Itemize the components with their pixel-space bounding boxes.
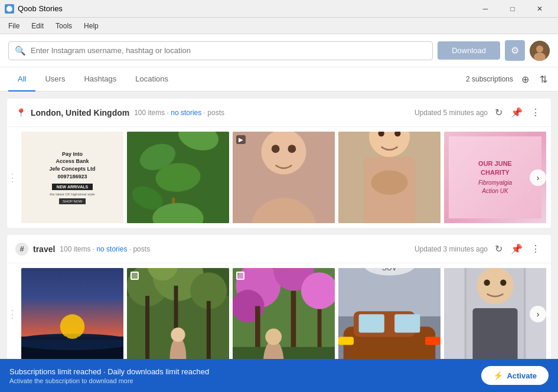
london-pin-button[interactable]: 📌 xyxy=(508,104,525,120)
travel-image-2-checkbox[interactable] xyxy=(130,272,139,280)
svg-rect-32 xyxy=(77,337,123,339)
tab-users[interactable]: Users xyxy=(35,67,74,92)
notification-title: Subscriptions limit reached · Daily down… xyxy=(9,367,474,376)
maximize-button[interactable]: □ xyxy=(499,0,526,18)
svg-point-43 xyxy=(171,328,185,342)
location-icon: 📍 xyxy=(15,107,26,118)
london-section-header: 📍 London, United Kingdom 100 items · no … xyxy=(7,99,551,127)
svg-point-75 xyxy=(484,280,490,286)
travel-posts-suffix: · posts xyxy=(129,245,150,253)
video-overlay: ▶ xyxy=(236,135,246,144)
travel-stories-link[interactable]: no stories xyxy=(96,245,127,253)
search-icon: 🔍 xyxy=(15,45,26,56)
travel-pin-button[interactable]: 📌 xyxy=(508,241,525,257)
notification-bar: Subscriptions limit reached · Daily down… xyxy=(0,359,558,392)
tab-hashtags[interactable]: Hashtags xyxy=(74,67,126,92)
travel-images-row: ⋮⋮ xyxy=(7,263,551,364)
filter-button[interactable]: ⚙ xyxy=(505,40,525,61)
svg-rect-65 xyxy=(338,337,354,345)
app-title: Qoob Stories xyxy=(18,4,63,13)
travel-more-button[interactable]: ⋮ xyxy=(528,241,543,257)
svg-point-15 xyxy=(272,145,280,153)
search-subscriptions-icon: ⊕ xyxy=(521,74,529,85)
menu-help[interactable]: Help xyxy=(78,19,105,32)
title-bar: Qoob Stories ─ □ ✕ xyxy=(0,0,558,18)
london-image-4-inner xyxy=(338,132,440,223)
london-image-1[interactable]: Pay Into Access Bank Jefe Concepts Ltd 0… xyxy=(21,132,123,223)
close-button[interactable]: ✕ xyxy=(526,0,553,18)
charity-line2: CHARITY xyxy=(481,169,510,176)
travel-image-4[interactable]: SUV xyxy=(338,268,440,360)
svg-rect-31 xyxy=(21,337,67,339)
menu-tools[interactable]: Tools xyxy=(50,19,78,32)
menu-edit[interactable]: Edit xyxy=(25,19,50,32)
london-image-3[interactable]: ▶ CIAO xyxy=(233,132,335,223)
tab-all[interactable]: All xyxy=(8,67,35,92)
london-image-4[interactable] xyxy=(338,132,440,223)
search-wrapper: 🔍 xyxy=(8,41,433,60)
travel-next-button[interactable]: › xyxy=(530,306,546,322)
london-image-1-inner: Pay Into Access Bank Jefe Concepts Ltd 0… xyxy=(21,132,123,223)
charity-line4: Action UK xyxy=(482,188,508,194)
london-image-2-inner xyxy=(127,132,229,223)
london-image-2[interactable] xyxy=(127,132,229,223)
activate-button[interactable]: ⚡ Activate xyxy=(481,366,549,385)
search-subscriptions-button[interactable]: ⊕ xyxy=(519,71,531,87)
ad-new-arrivals: NEW ARRIVALS xyxy=(57,185,88,189)
subscriptions-count: 2 subscriptions xyxy=(466,75,513,83)
svg-point-30 xyxy=(60,314,85,339)
menu-bar: File Edit Tools Help xyxy=(0,18,558,34)
filter-icon: ⚙ xyxy=(511,45,519,56)
search-input[interactable] xyxy=(31,46,426,55)
travel-image-1[interactable] xyxy=(21,268,123,360)
london-meta: 100 items · no stories · posts xyxy=(134,109,224,117)
svg-point-73 xyxy=(477,268,513,304)
menu-file[interactable]: File xyxy=(2,19,25,32)
app-body: 🔍 Download ⚙ All Users Hashtags Location… xyxy=(0,34,558,392)
travel-item-count: 100 items xyxy=(60,245,90,253)
travel-refresh-button[interactable]: ↻ xyxy=(492,241,505,257)
travel-image-3-checkbox[interactable] xyxy=(236,272,244,280)
svg-point-76 xyxy=(500,280,506,286)
search-bar-area: 🔍 Download ⚙ xyxy=(0,34,558,67)
travel-image-1-inner xyxy=(21,268,123,360)
tabs-left: All Users Hashtags Locations xyxy=(8,67,466,91)
travel-image-3[interactable] xyxy=(233,268,335,360)
london-header-left: 📍 London, United Kingdom 100 items · no … xyxy=(15,107,410,118)
activate-icon: ⚡ xyxy=(493,371,503,380)
ad-line2: Access Bank xyxy=(56,158,89,164)
travel-image-2-inner xyxy=(127,268,229,360)
london-updated: Updated 5 minutes ago xyxy=(415,109,488,117)
charity-line1: OUR JUNE xyxy=(478,160,512,167)
sort-icon: ⇅ xyxy=(540,74,547,85)
content-area: 📍 London, United Kingdom 100 items · no … xyxy=(0,92,558,392)
london-stories-link[interactable]: no stories xyxy=(171,109,201,117)
london-images-row: ⋮⋮ Pay Into Access Bank Jefe Concepts Lt… xyxy=(7,127,551,228)
ad-line3: Jefe Concepts Ltd xyxy=(49,166,95,172)
london-item-count: 100 items xyxy=(134,109,165,117)
london-refresh-button[interactable]: ↻ xyxy=(492,104,505,120)
title-bar-left: Qoob Stories xyxy=(5,4,63,14)
travel-header-left: # travel 100 items · no stories · posts xyxy=(15,243,410,256)
london-posts-suffix: · posts xyxy=(204,109,224,117)
travel-image-4-inner: SUV xyxy=(338,268,440,360)
svg-rect-39 xyxy=(145,296,149,360)
london-section: 📍 London, United Kingdom 100 items · no … xyxy=(7,99,551,228)
svg-rect-64 xyxy=(394,314,420,332)
ad-line4: 0097186923 xyxy=(57,174,87,179)
london-actions: ↻ 📌 ⋮ xyxy=(492,104,543,120)
ad-line1: Pay Into xyxy=(62,151,83,157)
london-next-button[interactable]: › xyxy=(530,169,546,186)
travel-image-2[interactable] xyxy=(127,268,229,360)
download-button[interactable]: Download xyxy=(438,41,500,60)
travel-title: travel xyxy=(33,244,55,254)
sort-button[interactable]: ⇅ xyxy=(537,71,550,87)
svg-rect-66 xyxy=(425,337,440,345)
avatar[interactable] xyxy=(530,41,550,61)
london-more-button[interactable]: ⋮ xyxy=(528,104,543,120)
travel-section-header: # travel 100 items · no stories · posts … xyxy=(7,235,551,263)
minimize-button[interactable]: ─ xyxy=(472,0,499,18)
svg-rect-41 xyxy=(207,301,211,360)
tab-locations[interactable]: Locations xyxy=(126,67,178,92)
svg-point-25 xyxy=(371,170,407,195)
